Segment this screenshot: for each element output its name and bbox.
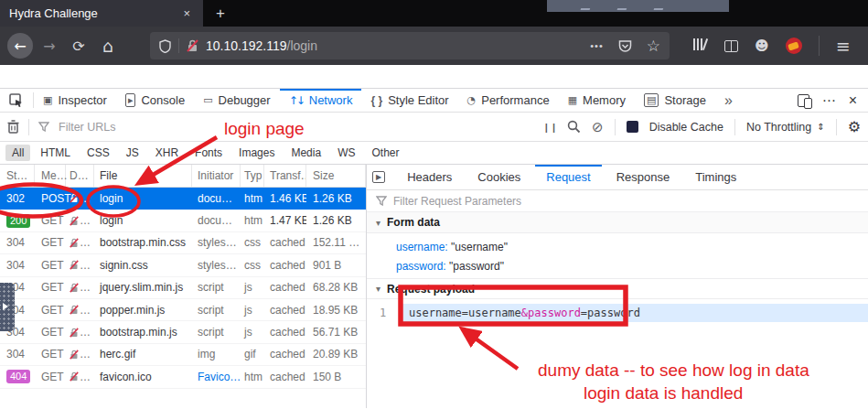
- tab-console[interactable]: ▸ Console: [116, 89, 194, 112]
- table-row[interactable]: 304 GET … jquery.slim.min.js script js c…: [0, 277, 366, 299]
- browser-tab[interactable]: Hydra Challenge ×: [0, 0, 203, 27]
- table-row[interactable]: 304 GET … bootstrap.min.js script js cac…: [0, 321, 366, 343]
- col-method[interactable]: Me…: [35, 165, 66, 187]
- payload-code-line[interactable]: username=username&password=password: [400, 304, 868, 322]
- tab-inspector[interactable]: ▣ Inspector: [34, 89, 116, 112]
- filter-request-parameters-input[interactable]: Filter Request Parameters: [367, 190, 868, 212]
- table-row[interactable]: 304 GET … bootstrap.min.css styles… css …: [0, 232, 366, 254]
- clear-requests-icon[interactable]: [7, 120, 19, 134]
- col-file[interactable]: File: [94, 165, 192, 187]
- filter-xhr[interactable]: XHR: [149, 145, 185, 161]
- col-size[interactable]: Size: [306, 165, 366, 187]
- library-icon[interactable]: [693, 38, 708, 54]
- extension-icon[interactable]: [786, 38, 802, 54]
- page-actions-icon[interactable]: •••: [590, 40, 604, 51]
- search-icon[interactable]: [567, 120, 581, 134]
- request-payload-section-header[interactable]: ▾ Request payload: [367, 278, 868, 299]
- request-payload-source[interactable]: 1 username=username&password=password: [367, 304, 868, 322]
- status-cell: 404: [0, 370, 35, 383]
- debugger-icon: ▭: [203, 94, 212, 106]
- request-list-header[interactable]: St… Me… D… File Initiator Typ Transf… Si…: [0, 165, 366, 188]
- pause-recording-icon[interactable]: | |: [545, 122, 556, 133]
- disable-cache-checkbox[interactable]: [627, 121, 638, 133]
- bookmark-star-icon[interactable]: ☆: [647, 37, 660, 55]
- url-bar[interactable]: 10.10.192.119 /login ••• ☆: [150, 32, 670, 59]
- filter-urls-input[interactable]: Filter URLs: [59, 121, 116, 134]
- reload-button[interactable]: ⟳: [66, 33, 91, 59]
- new-tab-button[interactable]: +: [203, 0, 238, 27]
- table-row[interactable]: 404 GET … favicon.ico Favico… htm cached…: [0, 366, 366, 388]
- devtools-close-icon[interactable]: ×: [849, 92, 857, 109]
- tab-cookies[interactable]: Cookies: [466, 165, 531, 189]
- filter-other[interactable]: Other: [365, 145, 405, 161]
- network-settings-gear-icon[interactable]: ⚙: [848, 118, 861, 135]
- file-cell: login: [94, 192, 192, 205]
- shield-icon[interactable]: [159, 39, 171, 53]
- initiator-link[interactable]: Favico…: [192, 371, 241, 383]
- tab-overflow-chevron[interactable]: »: [715, 89, 742, 112]
- filter-media[interactable]: Media: [284, 145, 327, 161]
- tab-memory[interactable]: ▦ Memory: [559, 89, 635, 112]
- tab-style-editor[interactable]: { } Style Editor: [361, 89, 457, 112]
- filter-js[interactable]: JS: [120, 145, 145, 161]
- tab-label: Console: [141, 93, 185, 107]
- form-data-section-header[interactable]: ▾ Form data: [367, 212, 868, 233]
- table-row[interactable]: 302 POST … login docu… htm 1.46 KB 1.26 …: [0, 188, 366, 210]
- account-icon[interactable]: ☻: [755, 38, 769, 54]
- sidebar-icon[interactable]: [724, 40, 738, 52]
- home-button[interactable]: ⌂: [95, 33, 121, 59]
- devtools-more-icon[interactable]: ⋯: [822, 92, 836, 109]
- table-row[interactable]: 304 GET … popper.min.js script js cached…: [0, 299, 366, 321]
- throttling-select[interactable]: No Throttling ⇕: [746, 121, 825, 134]
- tab-response[interactable]: Response: [605, 165, 681, 189]
- lock-broken-icon: [70, 328, 79, 338]
- tab-debugger[interactable]: ▭ Debugger: [194, 89, 280, 112]
- annotation-login-page: login page: [224, 119, 305, 139]
- filter-css[interactable]: CSS: [80, 145, 116, 161]
- forward-button[interactable]: →: [37, 33, 62, 59]
- tab-headers[interactable]: Headers: [396, 165, 463, 189]
- file-cell: jquery.slim.min.js: [94, 281, 192, 294]
- table-row[interactable]: 200 GET … login docu… htm 1.47 KB 1.26 K…: [0, 210, 366, 231]
- insecure-lock-icon[interactable]: [187, 39, 198, 52]
- initiator-cell: styles…: [192, 259, 241, 272]
- menu-icon[interactable]: ≡: [836, 36, 851, 56]
- col-status[interactable]: St…: [0, 165, 35, 187]
- size-cell: 150 B: [306, 371, 366, 383]
- status-cell: 304: [0, 348, 35, 361]
- filter-all[interactable]: All: [5, 145, 30, 161]
- table-row[interactable]: 304 GET … signin.css styles… css cached …: [0, 254, 366, 276]
- filter-ws[interactable]: WS: [331, 145, 361, 161]
- throttling-label: No Throttling: [746, 121, 811, 134]
- size-cell: 18.95 KB: [306, 304, 366, 317]
- table-row[interactable]: 304 GET … herc.gif img gif cached 20.89 …: [0, 344, 366, 366]
- list-item[interactable]: username: "username": [396, 238, 868, 257]
- tab-network[interactable]: ↑↓ Network: [280, 89, 362, 112]
- tab-storage[interactable]: ▤ Storage: [635, 89, 715, 112]
- tab-timings[interactable]: Timings: [684, 165, 747, 189]
- filter-images[interactable]: Images: [232, 145, 281, 161]
- disable-cache-label[interactable]: Disable Cache: [649, 121, 723, 134]
- tab-label: Inspector: [58, 93, 106, 107]
- col-transferred[interactable]: Transf…: [264, 165, 306, 187]
- block-icon[interactable]: ⊘: [592, 119, 604, 135]
- list-item[interactable]: password: "password": [396, 257, 868, 276]
- back-button[interactable]: ←: [7, 33, 33, 59]
- type-cell: htm: [241, 192, 264, 205]
- responsive-design-icon[interactable]: [798, 94, 809, 107]
- col-domain[interactable]: D…: [66, 165, 94, 187]
- col-initiator[interactable]: Initiator: [192, 165, 241, 187]
- type-cell: htm: [241, 371, 264, 383]
- screen-capture-dock[interactable]: [0, 283, 15, 331]
- tab-request[interactable]: Request: [535, 165, 601, 189]
- pocket-icon[interactable]: [618, 39, 632, 53]
- tab-performance[interactable]: ◔ Performance: [458, 89, 559, 112]
- filter-fonts[interactable]: Fonts: [188, 145, 229, 161]
- toolbar-divider: [734, 119, 735, 135]
- tab-close-icon[interactable]: ×: [179, 6, 194, 20]
- filter-html[interactable]: HTML: [34, 145, 77, 161]
- col-type[interactable]: Typ: [241, 165, 264, 187]
- pick-element-button[interactable]: [0, 89, 33, 112]
- split-panel-toggle-icon[interactable]: ▶: [372, 171, 385, 183]
- payload-text: username=username: [409, 307, 521, 319]
